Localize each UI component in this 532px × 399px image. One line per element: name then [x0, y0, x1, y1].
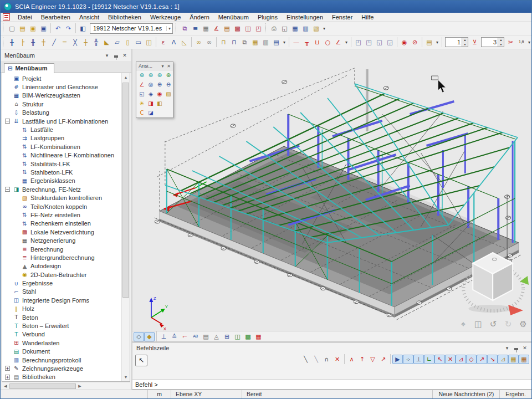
- undo-icon[interactable]: ↶: [53, 24, 63, 33]
- tree-item-ergebnisse[interactable]: ∪Ergebnisse: [2, 279, 121, 287]
- layers-icon[interactable]: ≡: [190, 24, 201, 33]
- view-toolbar-close-icon[interactable]: ✕: [166, 64, 172, 69]
- menu-fenster[interactable]: Fenster: [328, 13, 357, 21]
- tree-item-integrierte-design-forms[interactable]: ◫Integrierte Design Forms: [2, 296, 121, 304]
- ortho-icon[interactable]: ∟: [424, 355, 434, 364]
- link-nodes-icon[interactable]: ∞: [204, 38, 214, 47]
- window-split-2-icon[interactable]: ◳: [364, 38, 374, 47]
- tree-item-stahl[interactable]: ⌐Stahl: [2, 288, 121, 296]
- snap-mid-icon[interactable]: ▽: [367, 355, 378, 364]
- dropdown-caret-icon[interactable]: ▾: [282, 40, 287, 45]
- tree-item-ergebnisklassen[interactable]: ▦Ergebnisklassen: [2, 177, 121, 185]
- plate-icon[interactable]: ▱: [112, 38, 122, 47]
- project-browser-icon[interactable]: ◧: [78, 24, 88, 33]
- menu-plugins[interactable]: Plugins: [253, 13, 282, 21]
- supports-display-icon[interactable]: ⊥: [158, 332, 169, 341]
- tree-item-zeichnungswerkzeuge[interactable]: +✎Zeichnungswerkzeuge: [2, 364, 121, 372]
- view-z-icon[interactable]: ⊛: [155, 71, 164, 79]
- palette-icon[interactable]: ▩: [243, 332, 253, 341]
- toolbar-grip[interactable]: [265, 23, 267, 33]
- zoom-all-icon[interactable]: ◈: [146, 90, 155, 98]
- truss-member-icon[interactable]: ╬: [91, 38, 101, 47]
- tree-item-lastfälle-und-lf-kombinationen[interactable]: −⇊Lastfälle und LF-Kombinationen: [2, 117, 121, 125]
- expand-icon[interactable]: +: [5, 375, 10, 380]
- menu-einstellungen[interactable]: Einstellungen: [282, 13, 328, 21]
- zoom-extents-icon[interactable]: ⌖: [458, 319, 468, 329]
- tree-horizontal-scrollbar[interactable]: ◀ ▶: [2, 382, 130, 390]
- hscrollbar-thumb[interactable]: [9, 383, 76, 389]
- cursor-snap-icon[interactable]: ▶: [392, 355, 403, 364]
- menu-bibliotheken[interactable]: Bibliotheken: [104, 13, 146, 21]
- draw-line-icon[interactable]: ╲: [300, 355, 311, 364]
- activity-folder-icon[interactable]: ▤: [424, 38, 434, 47]
- dropdown-caret-icon[interactable]: ▾: [321, 26, 327, 31]
- view-x-icon[interactable]: ⊛: [137, 71, 146, 79]
- opening-icon[interactable]: ▭: [133, 38, 144, 47]
- toolbar-grip[interactable]: [3, 37, 4, 47]
- model-viewport[interactable]: ZYX Ansi... ▾ ✕ ⊛⊛⊛⊛∠◎⊕⊖◱◈◉▧☀◨◧C◪ ⌖◫↺↻⚙: [132, 49, 531, 331]
- toolbar-grip[interactable]: [176, 23, 177, 33]
- light-icon[interactable]: ☀: [137, 99, 146, 108]
- scroll-down-icon[interactable]: ▼: [122, 373, 130, 381]
- document-table-icon[interactable]: ▦: [290, 24, 300, 33]
- purlin-icon[interactable]: ═: [59, 38, 70, 47]
- section-cut-icon[interactable]: ✂: [505, 38, 516, 47]
- draw-arc-icon[interactable]: ∩: [321, 355, 332, 364]
- tree-item-beton[interactable]: TBeton: [2, 313, 121, 321]
- scrollbar-thumb[interactable]: [122, 83, 129, 298]
- view-parameters-icon[interactable]: ◫: [243, 24, 253, 33]
- tree-item-verbund[interactable]: TVerbund: [2, 330, 121, 339]
- tree-item-hintergrundberechnung[interactable]: ≣Hintergrundberechnung: [2, 253, 121, 262]
- view-toolbar-menu-icon[interactable]: ▾: [160, 64, 166, 69]
- member-beam-icon[interactable]: ╞: [17, 38, 28, 47]
- connect-nodes-icon[interactable]: ∞: [193, 38, 204, 47]
- tree-item-wanderlasten[interactable]: ⊞Wanderlasten: [2, 339, 121, 347]
- haunch-icon[interactable]: ◣: [101, 38, 112, 47]
- tree-item-stahlbeton-lfk[interactable]: ⇅Stahlbeton-LFK: [2, 168, 121, 176]
- tree-item-linienraster-und-geschosse[interactable]: #Linienraster und Geschosse: [2, 83, 121, 91]
- double-shape-icon[interactable]: ╥: [301, 38, 312, 47]
- dot-grid-icon[interactable]: ⁘: [403, 355, 413, 364]
- labels-abc-icon[interactable]: AB: [190, 332, 201, 341]
- perspective-icon[interactable]: ◎: [146, 80, 155, 89]
- tree-item-nichtlineare-lf-kombinationen[interactable]: ⇅Nichtlineare LF-Kombinationen: [2, 151, 121, 160]
- snap-arc-center-icon[interactable]: ◇: [466, 355, 477, 364]
- buckling-icon[interactable]: ⊻: [469, 38, 480, 47]
- tree-item-dokument[interactable]: ▤Dokument: [2, 347, 121, 356]
- window-split-3-icon[interactable]: ◱: [374, 38, 385, 47]
- table-input-icon[interactable]: ▦: [508, 355, 519, 364]
- dropdown-caret-icon[interactable]: ▾: [526, 40, 532, 45]
- tree-item-projekt[interactable]: ▣Projekt: [2, 74, 121, 83]
- status-cell-units[interactable]: m: [148, 390, 171, 398]
- save-icon[interactable]: ▣: [38, 24, 49, 33]
- picture-library-icon[interactable]: ◧: [155, 99, 164, 108]
- pin-icon[interactable]: [111, 52, 120, 59]
- view-toolbar-header[interactable]: Ansi... ▾ ✕: [136, 62, 173, 70]
- expand-icon[interactable]: +: [5, 366, 10, 371]
- tree-item-berechnung[interactable]: ≣Berechnung: [2, 245, 121, 253]
- collapse-icon[interactable]: −: [5, 119, 10, 124]
- cancel-draw-icon[interactable]: ✕: [332, 355, 342, 364]
- model-3d-view[interactable]: ZYX: [132, 49, 531, 331]
- tree-item-belastung[interactable]: ⇩Belastung: [2, 109, 121, 117]
- open-project-icon[interactable]: ▤: [17, 24, 28, 33]
- tree-item-berechnungsprotokoll[interactable]: ▥Berechnungsprotokoll: [2, 356, 121, 364]
- rafter-icon[interactable]: ╱: [49, 38, 59, 47]
- menu-werkzeuge[interactable]: Werkzeuge: [146, 13, 185, 21]
- tree-item-bim-werkzeugkasten[interactable]: ▦BIM-Werkzeugkasten: [2, 91, 121, 100]
- system-menu-icon[interactable]: [3, 13, 10, 21]
- save-picture-icon[interactable]: ◨: [146, 99, 155, 108]
- redo-icon[interactable]: ↷: [63, 24, 74, 33]
- menu-datei[interactable]: Datei: [13, 13, 37, 21]
- calculator-icon[interactable]: ▦: [201, 24, 211, 33]
- support-icon[interactable]: Λ: [168, 38, 179, 47]
- angle-shape-icon[interactable]: ∠: [333, 38, 344, 47]
- load-panel-icon[interactable]: ◫: [144, 38, 154, 47]
- tree-item-beton-erweitert[interactable]: TBeton – Erweitert: [2, 321, 121, 330]
- engineering-report-icon[interactable]: ▥: [300, 24, 311, 33]
- window-split-1-icon[interactable]: ◰: [353, 38, 364, 47]
- scroll-right-icon[interactable]: ▶: [76, 384, 84, 388]
- orbit-right-icon[interactable]: ↻: [503, 319, 513, 329]
- stamp-display-icon[interactable]: ▤: [201, 332, 211, 341]
- status-results[interactable]: Ergebn.: [499, 390, 531, 398]
